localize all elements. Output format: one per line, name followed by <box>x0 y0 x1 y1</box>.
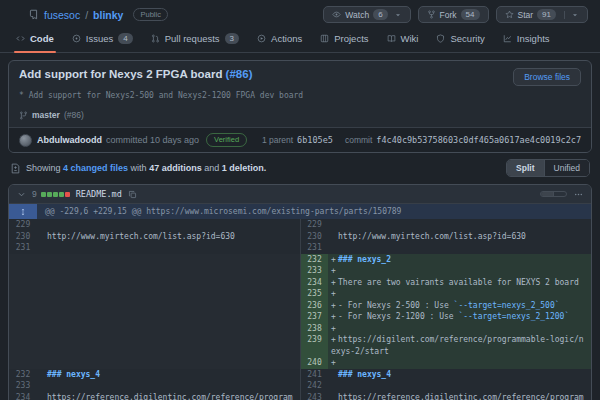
repo-owner-link[interactable]: fusesoc <box>44 9 80 21</box>
verified-badge[interactable]: Verified <box>206 133 247 147</box>
line-number[interactable]: 243 <box>300 392 328 400</box>
branch-name[interactable]: master <box>32 110 60 120</box>
diffstat-square-added <box>59 192 64 197</box>
fork-button[interactable]: Fork54 <box>418 6 489 23</box>
diff-row: 240+ <box>9 357 591 369</box>
file-diff-icon <box>10 163 21 174</box>
tab-projects[interactable]: Projects <box>312 28 376 52</box>
star-icon <box>505 10 514 19</box>
line-number[interactable]: 234 <box>9 392 37 400</box>
code-line: +### nexys_2 <box>328 254 591 266</box>
line-number[interactable]: 242 <box>300 380 328 392</box>
tab-issues[interactable]: Issues4 <box>64 28 141 52</box>
code-token: `--target=nexys_2_1200` <box>458 312 569 321</box>
line-number[interactable]: 232 <box>9 369 37 381</box>
projects-icon <box>320 34 329 43</box>
wiki-icon <box>387 34 396 43</box>
split-view-button[interactable]: Split <box>507 160 543 176</box>
diff-marker <box>40 242 47 254</box>
code-line: ### nexys_4 <box>328 369 591 381</box>
caret-down-icon[interactable] <box>564 11 579 19</box>
code-line: https://reference.digilentinc.com/refere… <box>328 392 591 400</box>
code-line: + <box>328 288 591 300</box>
unified-view-button[interactable]: Unified <box>544 160 589 176</box>
empty-code-cell <box>37 334 300 357</box>
diff-row: 234 https://reference.digilentinc.com/re… <box>9 392 591 400</box>
line-number[interactable]: 231 <box>300 242 328 254</box>
line-number[interactable]: 240 <box>300 357 328 369</box>
author-avatar[interactable] <box>19 134 32 147</box>
commit-pr-link[interactable]: (#86) <box>226 68 253 80</box>
line-number[interactable]: 241 <box>300 369 328 381</box>
code-token: http://www.myirtech.com/list.asp?id=630 <box>47 232 235 241</box>
browse-files-button[interactable]: Browse files <box>513 68 581 86</box>
insights-icon <box>503 34 512 43</box>
eye-icon <box>332 10 341 19</box>
line-number[interactable]: 235 <box>300 288 328 300</box>
caret-down-icon[interactable] <box>394 11 402 19</box>
tab-insights[interactable]: Insights <box>495 28 558 52</box>
line-number[interactable]: 238 <box>300 323 328 335</box>
tab-wiki[interactable]: Wiki <box>379 28 427 52</box>
tab-security-label: Security <box>450 33 484 44</box>
line-number[interactable]: 230 <box>300 231 328 243</box>
rich-view-icon[interactable] <box>553 192 566 196</box>
repo-icon <box>28 9 39 20</box>
diffstat[interactable]: 9 <box>32 189 70 199</box>
kebab-icon[interactable] <box>574 190 583 199</box>
code-line: ### nexys_4 <box>37 369 300 381</box>
code-token: http://www.myirtech.com/list.asp?id=630 <box>338 232 526 241</box>
code-token: https://reference.digilentinc.com/refere… <box>40 393 293 400</box>
diff-toolbar: Showing 4 changed files with 47 addition… <box>10 159 590 177</box>
line-number[interactable]: 233 <box>9 380 37 392</box>
tab-security[interactable]: Security <box>428 28 492 52</box>
line-number[interactable]: 233 <box>300 265 328 277</box>
line-number[interactable]: 234 <box>300 277 328 289</box>
line-number[interactable]: 229 <box>300 219 328 231</box>
star-button[interactable]: Star91 <box>496 6 589 23</box>
code-token: ### nexys_2 <box>338 255 391 264</box>
author-name[interactable]: Abdulwadoodd <box>37 135 102 145</box>
line-number[interactable]: 232 <box>300 254 328 266</box>
diff-row: 234+There are two vairants available for… <box>9 277 591 289</box>
copy-icon[interactable] <box>128 190 137 199</box>
diff-marker <box>331 242 338 254</box>
line-number[interactable]: 236 <box>300 300 328 312</box>
empty-gutter <box>9 334 37 357</box>
chevron-down-icon[interactable] <box>17 190 26 199</box>
expand-icon[interactable] <box>9 204 37 219</box>
tab-code[interactable]: Code <box>8 28 62 52</box>
tab-pull-requests[interactable]: Pull requests3 <box>143 28 247 52</box>
repo-name-link[interactable]: blinky <box>93 9 123 21</box>
tab-issues-count: 4 <box>118 33 132 44</box>
fork-icon <box>427 10 436 19</box>
code-line <box>328 219 591 231</box>
watch-button[interactable]: Watch6 <box>323 6 410 23</box>
parent-sha-link[interactable]: 6b105e5 <box>297 135 333 145</box>
tab-actions[interactable]: Actions <box>249 28 310 52</box>
diff-marker: + <box>331 254 338 266</box>
code-line: http://www.myirtech.com/list.asp?id=630 <box>37 231 300 243</box>
diffstat-square-added <box>47 192 52 197</box>
line-number[interactable]: 237 <box>300 311 328 323</box>
diff-marker <box>40 219 47 231</box>
code-line: + <box>328 265 591 277</box>
file-name[interactable]: README.md <box>76 189 122 199</box>
empty-code-cell <box>37 254 300 266</box>
changed-files-link[interactable]: 4 changed files <box>63 163 128 173</box>
repo-nav: CodeIssues4Pull requests3ActionsProjects… <box>0 28 600 53</box>
line-number[interactable]: 231 <box>9 242 37 254</box>
code-line: +- For Nexys 2-1200 : Use `--target=nexy… <box>328 311 591 323</box>
source-view-icon[interactable] <box>541 192 553 196</box>
additions-count: 47 additions <box>149 163 202 173</box>
diff-row: 233 242 <box>9 380 591 392</box>
line-number[interactable]: 230 <box>9 231 37 243</box>
watch-count: 6 <box>373 9 387 20</box>
code-token: - For Nexys 2-1200 : Use <box>338 312 458 321</box>
with-text: with <box>131 163 147 173</box>
empty-code-cell <box>37 265 300 277</box>
hunk-header-row: @@ -229,6 +229,15 @@ https://www.microse… <box>9 204 591 219</box>
line-number[interactable]: 239 <box>300 334 328 357</box>
line-number[interactable]: 229 <box>9 219 37 231</box>
code-token: There are two vairants available for NEX… <box>338 278 579 287</box>
